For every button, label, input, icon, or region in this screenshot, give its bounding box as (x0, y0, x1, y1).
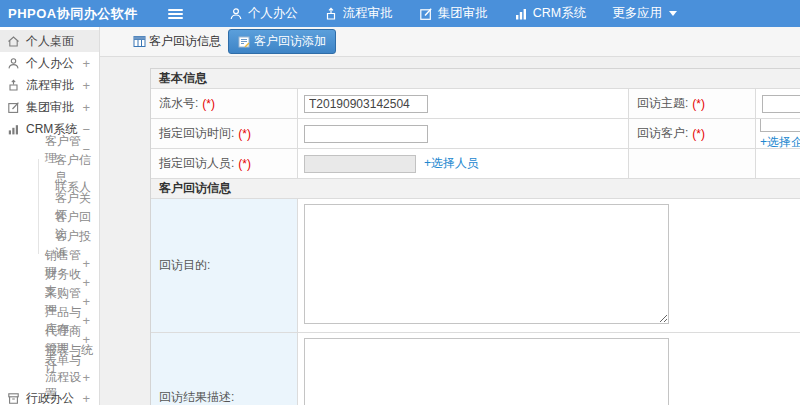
sidebar-item-label: 流程审批 (26, 77, 74, 94)
collapse-icon[interactable]: − (82, 123, 99, 136)
section-header-basic-info: 基本信息 (151, 69, 800, 89)
menu-item-label: 流程审批 (343, 5, 393, 22)
menu-item-label: 个人办公 (248, 5, 298, 22)
table-icon (133, 35, 146, 48)
sidebar-item-label: 个人办公 (26, 55, 74, 72)
expand-icon[interactable]: + (82, 257, 99, 270)
tab-customer-visit-info[interactable]: 客户回访信息 (133, 33, 221, 50)
form-add-icon (238, 36, 250, 48)
hamburger-menu-icon[interactable] (168, 9, 183, 19)
flow-icon (324, 7, 338, 21)
visit-customer-input[interactable] (760, 119, 800, 132)
visit-purpose-label: 回访目的: (151, 199, 298, 333)
topbar-menu: 个人办公 流程审批 集团审批 CRM系统 更多应用 (229, 5, 677, 22)
visit-subject-input[interactable] (762, 95, 800, 113)
expand-icon[interactable]: + (82, 392, 99, 405)
customer-visit-add-form: 基本信息 流水号:(*) 回访主题:(*) 指定回访时间:(*) 回访客户:(*… (150, 68, 800, 405)
edit-icon (419, 7, 433, 21)
person-icon (7, 57, 20, 70)
section-header-visit-info: 客户回访信息 (151, 179, 800, 199)
planned-visitor-input[interactable] (304, 155, 416, 173)
menu-item-label: CRM系统 (533, 5, 586, 22)
sidebar-item-administration[interactable]: 行政办公 + (0, 387, 99, 405)
expand-icon[interactable]: + (82, 79, 99, 92)
sidebar: 个人桌面 个人办公 + 流程审批 + 集团审批 + CRM系统 − 客户管理 −… (0, 27, 100, 405)
sidebar-item-personal-desktop[interactable]: 个人桌面 (0, 30, 99, 52)
tab-bar: 客户回访信息 客户回访添加 (100, 27, 800, 57)
visit-purpose-textarea[interactable] (304, 204, 669, 324)
app-title: PHPOA协同办公软件 (8, 5, 138, 23)
chart-icon (7, 123, 20, 136)
tab-customer-visit-add[interactable]: 客户回访添加 (228, 29, 336, 54)
visit-customer-label: 回访客户:(*) (629, 119, 756, 149)
expand-icon[interactable]: + (82, 101, 99, 114)
sidebar-item-workflow-approval[interactable]: 流程审批 + (0, 74, 99, 96)
topbar: PHPOA协同办公软件 个人办公 流程审批 集团审批 CRM系统 (0, 0, 800, 27)
visit-purpose-cell (298, 199, 800, 333)
planned-visitor-label: 指定回访人员:(*) (151, 149, 298, 179)
tab-label: 客户回访信息 (149, 33, 221, 50)
expand-icon[interactable]: + (82, 295, 99, 308)
serial-number-input[interactable] (304, 95, 428, 113)
select-personnel-link[interactable]: +选择人员 (424, 155, 479, 172)
menu-item-label: 更多应用 (612, 5, 662, 22)
serial-number-label: 流水号:(*) (151, 89, 298, 119)
select-company-link[interactable]: +选择企业 (760, 134, 800, 149)
empty-label-cell (629, 149, 756, 179)
caret-down-icon (669, 11, 677, 16)
required-marker: (*) (238, 127, 251, 141)
visit-result-textarea[interactable] (304, 338, 669, 405)
sidebar-item-label: 个人桌面 (26, 33, 74, 50)
expand-icon[interactable]: + (82, 314, 99, 327)
sidebar-item-group-approval[interactable]: 集团审批 + (0, 96, 99, 118)
menu-item-workflow-approval[interactable]: 流程审批 (324, 5, 393, 22)
empty-input-cell (756, 149, 800, 179)
tab-label: 客户回访添加 (254, 33, 326, 50)
menu-item-label: 集团审批 (438, 5, 488, 22)
building-icon (7, 392, 20, 405)
menu-item-group-approval[interactable]: 集团审批 (419, 5, 488, 22)
menu-item-personal-office[interactable]: 个人办公 (229, 5, 298, 22)
visit-customer-cell: +选择企业 (756, 119, 800, 149)
home-icon (7, 35, 20, 48)
expand-icon[interactable]: + (82, 371, 99, 384)
flow-icon (7, 79, 20, 92)
required-marker: (*) (202, 97, 215, 111)
required-marker: (*) (692, 127, 705, 141)
required-marker: (*) (238, 157, 251, 171)
planned-visit-time-cell (298, 119, 629, 149)
expand-icon[interactable]: + (82, 276, 99, 289)
visit-subject-cell (756, 89, 800, 119)
sidebar-item-personal-office[interactable]: 个人办公 + (0, 52, 99, 74)
edit-icon (7, 101, 20, 114)
visit-result-label: 回访结果描述: (151, 333, 298, 405)
required-marker: (*) (692, 97, 705, 111)
sidebar-item-label: 集团审批 (26, 99, 74, 116)
visit-result-cell (298, 333, 800, 405)
planned-visit-time-label: 指定回访时间:(*) (151, 119, 298, 149)
visit-subject-label: 回访主题:(*) (629, 89, 756, 119)
sidebar-item-label: 行政办公 (26, 390, 74, 405)
sidebar-item-form-workflow-settings[interactable]: 表单与流程设置 + (0, 368, 99, 387)
person-icon (229, 7, 243, 21)
expand-icon[interactable]: + (82, 57, 99, 70)
chart-icon (514, 7, 528, 21)
planned-visit-time-input[interactable] (304, 125, 428, 143)
serial-number-cell (298, 89, 629, 119)
customer-management-submenu: 客户信息 联系人 客户关怀 客户回访 客户投诉 (38, 159, 99, 254)
menu-item-crm-system[interactable]: CRM系统 (514, 5, 586, 22)
menu-item-more-apps[interactable]: 更多应用 (612, 5, 677, 22)
planned-visitor-cell: +选择人员 (298, 149, 629, 179)
